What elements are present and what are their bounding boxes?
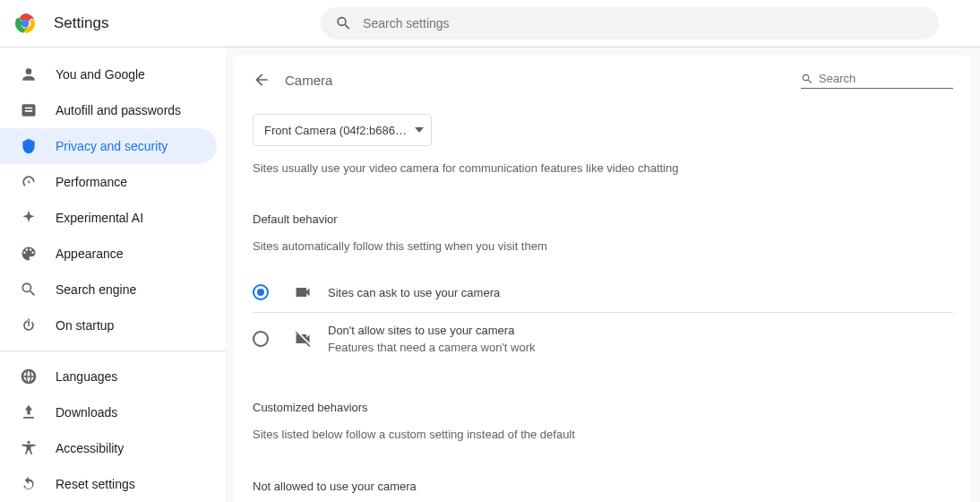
card-search-input[interactable] xyxy=(819,72,953,85)
page-title: Camera xyxy=(285,73,332,88)
sidebar-item-autofill[interactable]: Autofill and passwords xyxy=(0,92,217,128)
sidebar-item-label: Languages xyxy=(56,369,117,384)
customized-behaviors-desc: Sites listed below follow a custom setti… xyxy=(253,427,953,443)
videocam-icon xyxy=(294,283,312,301)
sidebar-item-label: Performance xyxy=(56,175,127,189)
person-icon xyxy=(20,65,38,83)
sidebar-item-reset[interactable]: Reset settings xyxy=(0,466,217,502)
card-header: Camera xyxy=(253,71,953,89)
reset-icon xyxy=(20,475,38,493)
radio-label: Sites can ask to use your camera xyxy=(328,286,500,299)
settings-sidebar: You and Google Autofill and passwords Pr… xyxy=(0,48,226,502)
sparkle-icon xyxy=(20,209,38,227)
globe-icon xyxy=(20,368,38,385)
performance-icon xyxy=(20,173,38,191)
default-behavior-title: Default behavior xyxy=(253,212,953,226)
radio-label: Don't allow sites to use your camera xyxy=(328,324,536,337)
radio-option-block[interactable]: Don't allow sites to use your camera Fea… xyxy=(253,313,953,365)
search-icon xyxy=(801,72,813,86)
default-behavior-options: Sites can ask to use your camera Don't a… xyxy=(253,273,953,365)
dropdown-label: Front Camera (04f2:b686) User xyxy=(264,124,409,137)
global-search[interactable] xyxy=(321,7,939,39)
card-search[interactable] xyxy=(801,72,953,89)
sidebar-item-appearance[interactable]: Appearance xyxy=(0,236,217,272)
sidebar-item-label: Downloads xyxy=(56,405,117,420)
global-search-input[interactable] xyxy=(363,16,939,30)
sidebar-item-label: Reset settings xyxy=(56,477,135,491)
autofill-icon xyxy=(20,101,38,119)
sidebar-item-label: Appearance xyxy=(56,247,124,261)
back-arrow-icon[interactable] xyxy=(253,71,271,89)
sidebar-item-downloads[interactable]: Downloads xyxy=(0,394,217,430)
radio-option-allow[interactable]: Sites can ask to use your camera xyxy=(253,273,953,313)
sidebar-item-label: Experimental AI xyxy=(56,211,143,225)
sidebar-item-label: On startup xyxy=(56,318,114,333)
radio-sublabel: Features that need a camera won't work xyxy=(328,341,536,354)
sidebar-item-label: Privacy and security xyxy=(56,139,168,153)
sidebar-item-accessibility[interactable]: Accessibility xyxy=(0,430,217,466)
radio-button[interactable] xyxy=(253,331,269,347)
videocam-off-icon xyxy=(294,330,312,348)
app-header: Settings xyxy=(0,0,980,48)
sidebar-item-performance[interactable]: Performance xyxy=(0,164,217,200)
sidebar-divider xyxy=(0,351,226,351)
dropdown-arrow-icon xyxy=(415,126,424,134)
sidebar-item-search-engine[interactable]: Search engine xyxy=(0,272,217,307)
palette-icon xyxy=(20,245,38,263)
sidebar-item-label: Autofill and passwords xyxy=(56,103,181,117)
camera-settings-card: Camera Front Camera (04f2:b686) User Sit… xyxy=(235,55,971,502)
search-icon xyxy=(335,14,352,32)
sidebar-item-on-startup[interactable]: On startup xyxy=(0,307,217,343)
sidebar-item-languages[interactable]: Languages xyxy=(0,359,217,394)
camera-select-dropdown[interactable]: Front Camera (04f2:b686) User xyxy=(253,114,432,146)
camera-description: Sites usually use your video camera for … xyxy=(253,160,953,177)
search-icon xyxy=(20,281,38,299)
shield-icon xyxy=(20,137,38,155)
app-title: Settings xyxy=(54,14,108,32)
sidebar-item-you-and-google[interactable]: You and Google xyxy=(0,56,217,92)
chrome-logo-icon xyxy=(14,13,36,34)
default-behavior-desc: Sites automatically follow this setting … xyxy=(253,238,953,255)
sidebar-item-privacy-security[interactable]: Privacy and security xyxy=(0,128,217,164)
sidebar-item-label: Accessibility xyxy=(56,441,124,455)
not-allowed-section-title: Not allowed to use your camera xyxy=(253,480,953,493)
download-icon xyxy=(20,403,38,421)
radio-button[interactable] xyxy=(253,284,269,300)
customized-behaviors-title: Customized behaviors xyxy=(253,401,953,414)
accessibility-icon xyxy=(20,439,38,457)
sidebar-item-label: You and Google xyxy=(56,67,145,82)
power-icon xyxy=(20,316,38,334)
main-panel: Camera Front Camera (04f2:b686) User Sit… xyxy=(226,48,980,502)
svg-point-2 xyxy=(22,21,29,27)
sidebar-item-label: Search engine xyxy=(56,282,136,297)
sidebar-item-experimental-ai[interactable]: Experimental AI xyxy=(0,200,217,236)
